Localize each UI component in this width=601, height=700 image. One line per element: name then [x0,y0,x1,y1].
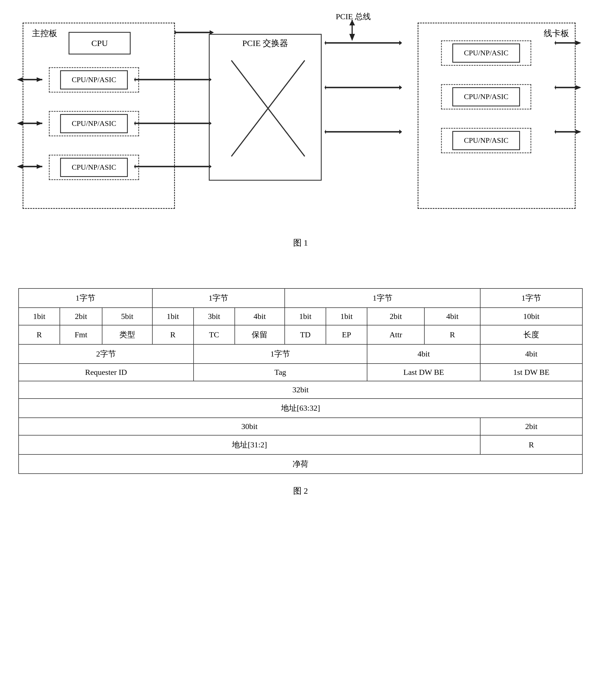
subcard-3-inner: CPU/NP/ASIC [60,158,128,177]
svg-marker-7 [17,121,23,126]
pcie-switch-label: PCIE 交换器 [242,38,288,49]
arrow-sc1-pcie [134,76,212,83]
figure2-container: 1字节 1字节 1字节 1字节 1bit 2bit 5bit 1bit 3bit… [18,288,583,474]
table-row: 地址[31:2] R [19,435,582,454]
svg-marker-39 [554,85,556,90]
pcie-switch-x-diagram [223,52,308,159]
svg-marker-30 [324,85,326,90]
table-row: 净荷 [19,454,582,474]
arrow-pcie-lc3 [324,128,402,135]
svg-marker-4 [17,77,23,82]
packet-table: 1字节 1字节 1字节 1字节 1bit 2bit 5bit 1bit 3bit… [18,288,583,474]
table-row: R Fmt 类型 R TC 保留 TD EP Attr R 长度 [19,325,582,344]
figure2-caption: 图 2 [17,485,584,497]
subcard-2: CPU/NP/ASIC [49,111,139,136]
subcard-1-inner: CPU/NP/ASIC [60,70,128,90]
arrow-sc3-pcie [134,163,212,170]
table-row: Requester ID Tag Last DW BE 1st DW BE [19,364,582,381]
table-row: 地址[63:32] [19,399,582,418]
lc-subcard-1: CPU/NP/ASIC [441,40,531,66]
arrow-sc2-pcie [134,120,212,127]
arrow-pcie-lc2 [324,84,402,91]
pcie-bus-arrow [346,20,358,42]
svg-marker-37 [576,41,581,45]
table-row: 1字节 1字节 1字节 1字节 [19,289,582,308]
line-board: 线卡板 CPU/NP/ASIC CPU/NP/ASIC CPU/NP/ASIC [418,23,576,209]
svg-marker-31 [399,85,402,90]
subcard-1: CPU/NP/ASIC [49,67,139,93]
arrow-pcie-lc1 [324,40,402,46]
byte2-header: 1字节 [152,289,285,308]
arrow-lc2-right [554,84,581,91]
svg-marker-19 [134,121,135,126]
arrow-lc1-right [554,40,581,46]
svg-marker-10 [17,164,23,169]
table-row: 30bit 2bit [19,418,582,435]
arrow-lc3-right [554,128,581,135]
svg-marker-33 [324,129,326,134]
table-row: 2字节 1字节 4bit 4bit [19,344,582,364]
lc-subcard-2: CPU/NP/ASIC [441,84,531,109]
svg-marker-22 [134,164,135,169]
pcie-switch-box: PCIE 交换器 [209,34,322,181]
svg-marker-43 [576,129,581,134]
svg-marker-8 [37,121,42,126]
table-row: 32bit [19,381,582,399]
line-board-label: 线卡板 [544,28,569,39]
svg-marker-27 [324,41,326,45]
svg-marker-2 [349,20,355,25]
svg-marker-28 [399,41,402,45]
byte3-header: 1字节 [285,289,480,308]
lc-subcard-3: CPU/NP/ASIC [441,128,531,153]
svg-marker-5 [37,77,42,82]
svg-marker-42 [554,129,556,134]
subcard-2-inner: CPU/NP/ASIC [60,114,128,133]
figure1-caption: 图 1 [17,237,584,249]
arrow-sc1-left [17,76,44,83]
svg-marker-40 [576,85,581,90]
svg-marker-34 [399,129,402,134]
arrow-sc3-left [17,163,44,170]
byte1-header: 1字节 [19,289,152,308]
svg-marker-11 [37,164,42,169]
main-board: 主控板 CPU CPU/NP/ASIC CPU/NP/ASIC CPU/NP/A… [23,23,175,209]
arrow-sc2-left [17,120,44,127]
main-board-label: 主控板 [32,28,57,39]
table-row: 1bit 2bit 5bit 1bit 3bit 4bit 1bit 1bit … [19,308,582,325]
byte4-header: 1字节 [480,289,582,308]
figure1-diagram: PCIE 总线 主控板 CPU CPU/NP/ASIC CPU/NP/ASIC … [17,11,581,231]
cpu-label: CPU [92,39,108,48]
subcard-3: CPU/NP/ASIC [49,155,139,180]
cpu-box: CPU [69,32,131,54]
arrow-cpu-pcie [174,29,214,36]
svg-marker-16 [134,77,135,82]
svg-marker-36 [554,41,556,45]
svg-marker-13 [174,30,176,35]
